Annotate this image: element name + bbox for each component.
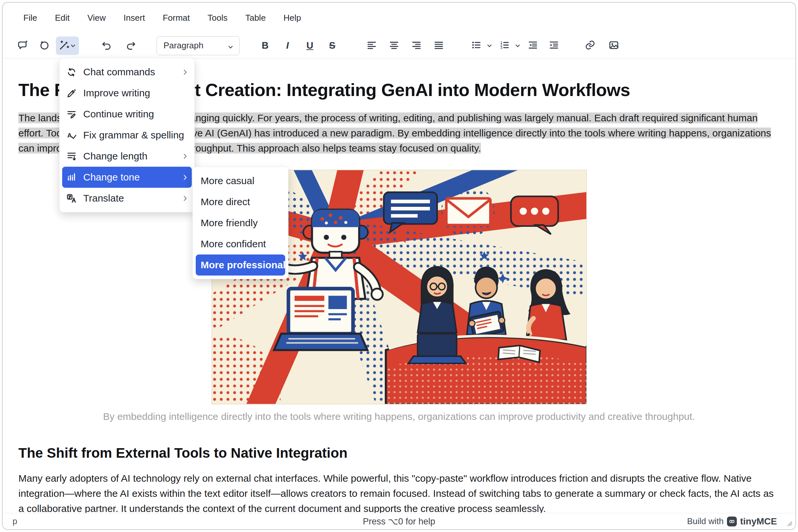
align-justify-icon <box>433 39 444 52</box>
numbered-list-button[interactable]: 123 <box>495 37 514 55</box>
ai-menu-item-fix-grammar[interactable]: A Fix grammar & spelling <box>59 125 194 146</box>
editor-window: File Edit View Insert Format Tools Table… <box>2 2 796 530</box>
ai-dropdown-menu: Chat commands Improve writing Continue w… <box>59 58 195 212</box>
image-caption: By embedding intelligence directly into … <box>18 411 780 422</box>
numbered-list-icon: 123 <box>499 39 510 52</box>
ai-menu-item-chat-commands[interactable]: Chat commands <box>59 61 194 82</box>
caret-down-icon <box>70 42 76 49</box>
align-right-button[interactable] <box>407 37 426 55</box>
ai-menu-item-change-length[interactable]: Change length <box>59 146 194 167</box>
menu-view[interactable]: View <box>79 9 115 27</box>
chevron-right-icon <box>181 194 189 203</box>
redo-button[interactable] <box>122 37 140 55</box>
svg-text:A: A <box>67 132 72 138</box>
chat-commands-icon <box>66 66 77 78</box>
chevron-right-icon <box>181 152 189 160</box>
ai-sparkle-button[interactable] <box>35 37 53 55</box>
bullet-list-icon <box>471 39 482 52</box>
align-left-button[interactable] <box>363 37 381 55</box>
ai-chat-button[interactable] <box>14 37 32 55</box>
change-tone-icon <box>66 171 77 183</box>
help-shortcut-text: Press ⌥0 for help <box>363 516 435 527</box>
ai-menu-item-translate[interactable]: Translate <box>59 188 194 209</box>
menu-file[interactable]: File <box>15 9 46 27</box>
toolbar: Paragraph B I U S <box>3 33 795 58</box>
image-icon <box>608 39 619 52</box>
outdent-icon <box>527 39 538 52</box>
align-left-icon <box>366 39 377 52</box>
bold-button[interactable]: B <box>256 37 274 55</box>
align-center-icon <box>388 39 400 52</box>
align-right-icon <box>411 39 422 52</box>
ai-chat-icon <box>17 39 29 52</box>
menu-edit[interactable]: Edit <box>46 9 79 27</box>
tinymce-logo-icon <box>727 516 737 527</box>
section-heading: The Shift from External Tools to Native … <box>18 445 780 461</box>
ai-menu-item-improve-writing[interactable]: Improve writing <box>59 82 194 103</box>
branding-prefix: Build with <box>687 516 724 527</box>
chevron-right-icon <box>181 173 189 182</box>
menu-insert[interactable]: Insert <box>115 9 154 27</box>
ai-menu-item-continue-writing[interactable]: Continue writing <box>59 103 194 125</box>
italic-button[interactable]: I <box>278 37 297 55</box>
underline-button[interactable]: U <box>301 37 319 55</box>
branding[interactable]: Build with tinyMCE <box>687 516 777 527</box>
undo-button[interactable] <box>97 37 116 55</box>
tone-item-more-confident[interactable]: More confident <box>193 233 288 254</box>
ai-sparkle-circle-icon <box>38 39 50 52</box>
insert-image-button[interactable] <box>605 37 623 55</box>
tone-item-more-casual[interactable]: More casual <box>193 170 288 191</box>
body-paragraph: Many early adopters of AI technology rel… <box>18 471 780 513</box>
fix-grammar-icon: A <box>66 129 77 141</box>
translate-icon <box>66 192 77 204</box>
align-center-button[interactable] <box>385 37 403 55</box>
change-tone-submenu: More casual More direct More friendly Mo… <box>192 167 289 279</box>
menu-table[interactable]: Table <box>237 9 275 27</box>
menu-help[interactable]: Help <box>275 9 310 27</box>
indent-icon <box>548 39 559 52</box>
resize-handle[interactable] <box>786 520 793 528</box>
redo-icon <box>125 39 136 52</box>
menu-tools[interactable]: Tools <box>199 9 237 27</box>
caret-down-icon <box>227 42 234 49</box>
menu-bar: File Edit View Insert Format Tools Table… <box>3 3 795 33</box>
improve-writing-icon <box>66 87 77 99</box>
link-button[interactable] <box>581 37 599 55</box>
outdent-button[interactable] <box>524 37 542 55</box>
magic-wand-icon <box>58 39 70 52</box>
change-length-icon <box>66 150 77 162</box>
ai-shortcuts-button[interactable] <box>56 37 79 55</box>
continue-writing-icon <box>66 108 77 120</box>
paragraph-style-label: Paragraph <box>164 40 203 51</box>
tone-item-more-professional[interactable]: More professional <box>196 254 285 276</box>
align-justify-button[interactable] <box>430 37 448 55</box>
menu-format[interactable]: Format <box>154 9 199 27</box>
tone-item-more-direct[interactable]: More direct <box>193 191 288 212</box>
svg-text:3: 3 <box>500 45 502 49</box>
caret-down-icon[interactable] <box>486 42 493 49</box>
caret-down-icon[interactable] <box>515 42 521 49</box>
link-icon <box>584 39 596 52</box>
branding-name: tinyMCE <box>740 516 777 527</box>
bullet-list-button[interactable] <box>467 37 485 55</box>
tone-item-more-friendly[interactable]: More friendly <box>193 212 288 233</box>
chevron-right-icon <box>181 68 189 76</box>
strikethrough-button[interactable]: S <box>323 37 341 55</box>
paragraph-style-select[interactable]: Paragraph <box>156 36 239 55</box>
element-path[interactable]: p <box>13 516 17 527</box>
undo-icon <box>101 39 112 52</box>
indent-button[interactable] <box>545 37 563 55</box>
status-bar: p Press ⌥0 for help Build with tinyMCE <box>3 513 795 529</box>
ai-menu-item-change-tone[interactable]: Change tone <box>62 167 192 188</box>
